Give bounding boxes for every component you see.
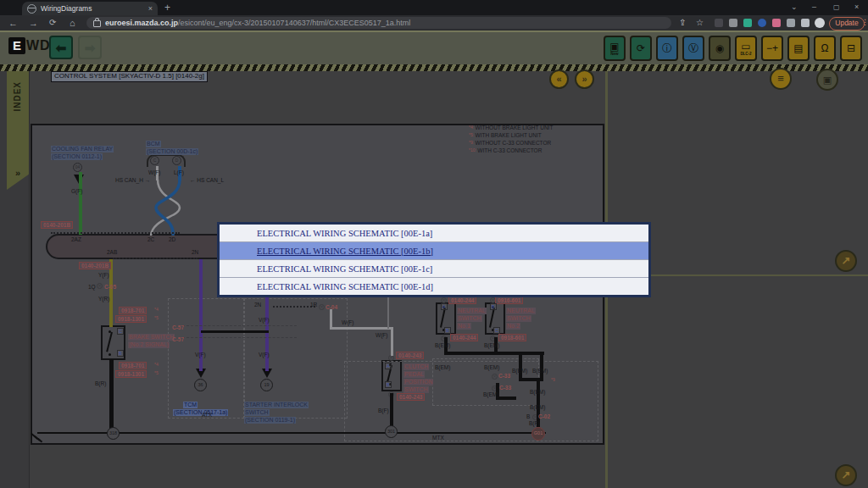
- pin-label: A: [441, 303, 448, 310]
- inline-connector-symbol: ×: [388, 355, 394, 361]
- diagram-footnotes: *4: WITHOUT BRAKE LIGHT UNIT*5: WITH BRA…: [469, 124, 553, 154]
- connector-label[interactable]: C-04: [326, 304, 337, 310]
- screen: WiringDiagrams × + ⌄ – ▢ × ← → ⟳ ⌂ euroe…: [0, 0, 868, 488]
- wire-label: 2AB: [107, 249, 117, 255]
- component-name: No.2: [506, 323, 520, 330]
- component-name: SWITCH: [457, 315, 482, 322]
- connector-ref-link[interactable]: 0916-601: [495, 297, 523, 304]
- connector-ref-link[interactable]: 0918-1301: [115, 315, 147, 323]
- wire-label: B(EM): [512, 368, 527, 374]
- footnote-marker: *5: [154, 371, 159, 376]
- inline-connector-symbol: ×: [319, 304, 325, 310]
- connector-ref-link[interactable]: 0140-201B: [41, 221, 73, 229]
- wire-label: B(EM): [435, 342, 450, 348]
- pin-label: B: [117, 350, 124, 357]
- connector-ref-link[interactable]: 0918-601: [498, 334, 526, 341]
- via-circle[interactable]: 301: [385, 425, 398, 438]
- section-link[interactable]: STARTER INTERLOCK: [244, 402, 309, 408]
- connector-label[interactable]: C-57: [172, 336, 184, 342]
- component-name: SWITCH: [506, 315, 531, 322]
- pin-circle: D: [172, 156, 181, 165]
- connector-ref-link[interactable]: 0918-701: [119, 307, 147, 314]
- section-link[interactable]: COOLING FAN RELAY: [51, 146, 114, 152]
- inline-connector-symbol: ×: [492, 374, 498, 380]
- connector-ref-link[interactable]: 0140-201B: [79, 262, 111, 269]
- wire-label: B(F): [378, 408, 389, 413]
- schematic-link-selected[interactable]: ELECTRICAL WIRING SCHEMATIC [00E-1b]: [220, 242, 648, 260]
- wire-label: B(F): [529, 420, 540, 426]
- wire-segment: [496, 396, 516, 400]
- connector-label[interactable]: C-02: [538, 413, 550, 419]
- wire-label: 1R: [310, 302, 317, 308]
- wire-segment: [182, 325, 297, 326]
- wire-segment: [391, 327, 393, 356]
- wire-segment: [273, 306, 315, 308]
- wire-label: B(EM): [484, 364, 499, 370]
- ground-circle[interactable]: G01: [531, 427, 545, 441]
- wire-label: 1Q: [88, 284, 96, 290]
- footnote: *10: WITH C-33 CONNECTOR: [469, 147, 553, 154]
- component-name: CLUTCH: [403, 363, 429, 370]
- wire-label: ATX: [202, 412, 212, 418]
- wire-label: Y(F): [98, 272, 109, 278]
- wire-label: B(R): [95, 380, 106, 386]
- connector-ref-link[interactable]: 0140-243: [396, 352, 424, 359]
- group-outline: [168, 298, 244, 419]
- connector-ref-link[interactable]: 0918-701: [119, 362, 147, 369]
- section-link[interactable]: (SECTION 0119-1): [244, 417, 296, 424]
- pin-label: A: [385, 363, 392, 369]
- connector-label[interactable]: C-57: [172, 324, 184, 330]
- section-link[interactable]: BCM: [146, 141, 161, 147]
- wire-label: L(F): [174, 169, 184, 175]
- section-link[interactable]: SWITCH: [244, 409, 270, 416]
- inline-connector-symbol: ×: [97, 283, 103, 289]
- pin-label: B: [490, 303, 497, 310]
- wire-label: W(F): [148, 169, 160, 175]
- section-link[interactable]: (SECTION 0112-1): [51, 153, 103, 160]
- wire-label: ← HS CAN_L: [190, 177, 224, 183]
- schematic-link[interactable]: ELECTRICAL WIRING SCHEMATIC [00E-1c]: [220, 260, 648, 278]
- pin-circle: C: [150, 156, 159, 165]
- inline-connector-symbol: ×: [441, 297, 447, 303]
- connector-ref-link[interactable]: 0140-244: [450, 334, 478, 341]
- component-name: No.1: [457, 323, 471, 330]
- connector-ref-link[interactable]: 0918-1301: [115, 370, 147, 378]
- ground-hatch: [37, 438, 42, 442]
- wire-segment: [201, 330, 269, 333]
- wire-label: 2C: [147, 236, 154, 242]
- via-circle[interactable]: 36: [194, 379, 207, 391]
- wire-label: 2N: [192, 249, 198, 255]
- section-link-current[interactable]: (SECTION 0517-1a): [173, 409, 228, 416]
- via-circle[interactable]: 19: [260, 379, 273, 391]
- wire-segment: [113, 258, 198, 259]
- component-name: (No.2 SIGNAL): [128, 341, 170, 348]
- wire-label: B(EM): [483, 391, 498, 397]
- connector-ref-link[interactable]: 0140-243: [397, 393, 425, 401]
- wire-label: B(EM): [435, 364, 450, 370]
- wire-segment: [182, 337, 297, 338]
- wire-label: 2N: [254, 302, 261, 308]
- wire-label: V(F): [259, 352, 270, 358]
- connector-label[interactable]: C-05: [104, 284, 116, 290]
- footnote: *4: WITHOUT BRAKE LIGHT UNIT: [469, 124, 553, 131]
- section-link[interactable]: (SECTION 00D-1c): [146, 148, 198, 155]
- wire-label: G(F): [71, 188, 82, 194]
- wire-segment: [51, 232, 180, 234]
- connector-label[interactable]: C-33: [498, 373, 510, 379]
- wire-label: B(EM): [532, 368, 548, 374]
- wire-segment: [79, 172, 82, 235]
- wire-label: B(EM): [530, 389, 545, 395]
- twisted-pair-wire: [149, 180, 186, 236]
- schematic-link[interactable]: ELECTRICAL WIRING SCHEMATIC [00E-1d]: [220, 278, 648, 295]
- schematic-link[interactable]: ELECTRICAL WIRING SCHEMATIC [00E-1a]: [220, 225, 648, 242]
- section-link-current[interactable]: TCM: [183, 402, 198, 408]
- footnote-marker: *9: [551, 378, 555, 383]
- connector-ref-link[interactable]: 0140-244: [448, 297, 476, 304]
- wire-label: W(F): [376, 332, 387, 338]
- wire-label: 2AZ: [71, 236, 81, 242]
- via-circle[interactable]: 318: [107, 427, 120, 440]
- connector-label[interactable]: C-33: [499, 385, 511, 391]
- wire-segment: [390, 393, 393, 427]
- wire-label: 2D: [169, 236, 175, 242]
- component-name: NEUTRAL: [457, 308, 487, 314]
